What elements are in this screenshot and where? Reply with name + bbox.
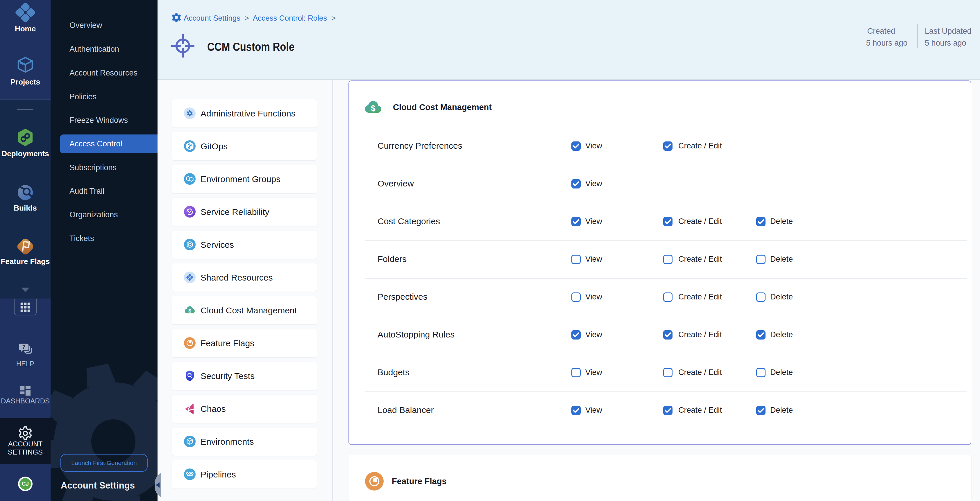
svg-text:$: $ <box>188 308 191 314</box>
svg-text:$: $ <box>371 104 375 113</box>
svg-text:?: ? <box>22 344 25 350</box>
